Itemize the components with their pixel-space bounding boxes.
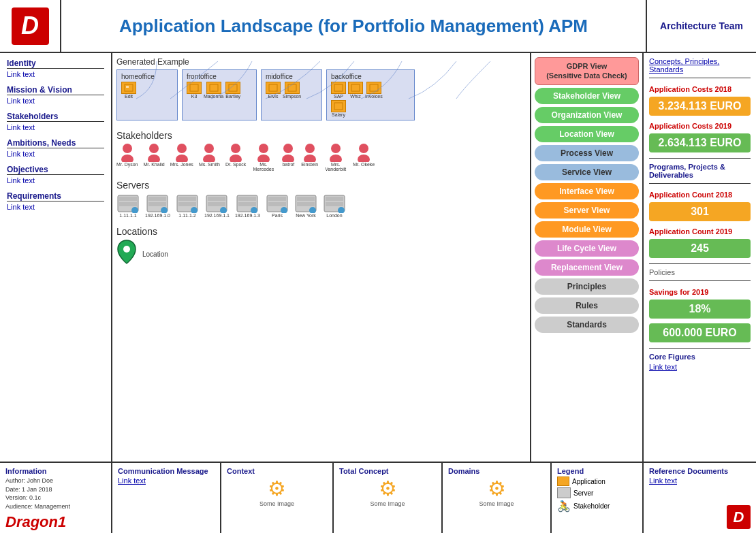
- app-count-2018: 301: [649, 202, 751, 221]
- footer-total-concept: Total Concept ⚙ Some Image: [334, 463, 443, 533]
- divider-1: [649, 78, 751, 78]
- legend-app-icon: [557, 477, 569, 486]
- zone-midoffice: midoffice Elvis Simpson: [261, 69, 322, 120]
- footer-legend: Legend Application Server 🚴 Stakeholder: [552, 463, 644, 533]
- svg-rect-61: [326, 202, 343, 206]
- divider-4: [649, 263, 751, 264]
- standards-button[interactable]: Standards: [535, 317, 639, 333]
- app-edit: Edit: [121, 82, 136, 99]
- svg-point-20: [230, 155, 242, 162]
- sidebar-identity: Identity Link text: [7, 59, 104, 78]
- legend-application: Application: [557, 477, 637, 486]
- svg-rect-60: [326, 197, 343, 201]
- page-title: Application Landscape (for Portfolio Man…: [119, 16, 588, 37]
- footer-reference: Reference Documents Link text D: [644, 463, 756, 533]
- zone-homeoffice: homeoffice Edit: [116, 69, 178, 120]
- left-sidebar: Identity Link text Mission & Vision Link…: [0, 53, 112, 462]
- savings-euro: 600.000 EURO: [649, 323, 751, 342]
- sidebar-stakeholders: Stakeholders Link text: [7, 112, 104, 131]
- footer: Information Author: John DoeDate: 1 Jan …: [0, 462, 756, 533]
- svg-rect-3: [210, 84, 218, 91]
- server-5: 192.169.1.3: [235, 193, 260, 218]
- rules-button[interactable]: Rules: [535, 297, 639, 314]
- svg-point-12: [121, 155, 133, 162]
- svg-point-21: [259, 144, 268, 153]
- svg-point-23: [283, 144, 293, 153]
- total-gear-icon: ⚙: [379, 477, 397, 500]
- svg-point-14: [148, 155, 160, 162]
- servers-section: Servers 1.11.1.1 192.169.1.0: [116, 177, 526, 218]
- footer-info: Information Author: John DoeDate: 1 Jan …: [0, 463, 112, 533]
- legend-stakeholder: 🚴 Stakeholder: [557, 500, 637, 513]
- svg-rect-8: [351, 84, 360, 91]
- replacement-view-button[interactable]: Replacement View: [535, 259, 639, 276]
- locations-section: Locations Location: [116, 223, 526, 268]
- svg-rect-57: [297, 202, 315, 206]
- person-khalid: Mr. Khalid: [144, 143, 165, 172]
- ref-link[interactable]: Link text: [649, 477, 751, 485]
- far-right-sidebar: Concepts, Principles, Standards Applicat…: [644, 53, 756, 462]
- person-batrof: batrof: [281, 143, 296, 172]
- svg-rect-41: [178, 202, 196, 206]
- biker-icon: 🚴: [557, 500, 571, 513]
- svg-point-11: [123, 144, 132, 153]
- svg-rect-32: [119, 197, 137, 201]
- person-vanderbilt: Mrs. Vanderbilt: [324, 143, 347, 172]
- zone-backoffice: backoffice SAP Whiz Invoices: [326, 69, 415, 120]
- savings-pct: 18%: [649, 300, 751, 319]
- legend-server: Server: [557, 487, 637, 498]
- svg-rect-9: [370, 84, 378, 91]
- location-view-button[interactable]: Location View: [535, 126, 639, 142]
- svg-rect-56: [297, 197, 315, 201]
- process-view-button[interactable]: Process View: [535, 145, 639, 161]
- center-diagram-area: Generated Example homeoffice Edit fronto…: [112, 53, 531, 462]
- legend-server-icon: [557, 487, 571, 498]
- sidebar-ambitions: Ambitions, Needs Link text: [7, 138, 104, 158]
- gdpr-view-button[interactable]: GDPR View(Sensitive Data Check): [535, 57, 639, 85]
- comm-link[interactable]: Link text: [118, 477, 215, 485]
- sidebar-requirements: Requirements Link text: [7, 191, 104, 211]
- stakeholder-view-button[interactable]: Stakeholder View: [535, 88, 639, 104]
- svg-rect-6: [288, 84, 296, 91]
- divider-6: [649, 348, 751, 349]
- divider-2: [649, 158, 751, 159]
- app-elvis: Elvis: [266, 82, 281, 99]
- header-title-area: Application Landscape (for Portfolio Man…: [61, 0, 647, 52]
- principles-button[interactable]: Principles: [535, 278, 639, 295]
- sidebar-objectives: Objectives Link text: [7, 165, 104, 184]
- person-okeke: Mr. Okeke: [353, 143, 375, 172]
- zone-frontoffice: frontoffice K3 Madonna Bartley: [182, 69, 257, 120]
- svg-rect-49: [238, 202, 256, 206]
- header-logo-area: D: [0, 0, 61, 52]
- svg-rect-4: [229, 84, 237, 91]
- server-4: 192.169.1.1: [204, 193, 230, 218]
- svg-rect-52: [268, 197, 286, 201]
- interface-view-button[interactable]: Interface View: [535, 183, 639, 199]
- svg-rect-10: [334, 103, 343, 110]
- svg-point-28: [330, 155, 342, 162]
- svg-point-27: [331, 144, 341, 153]
- svg-point-13: [149, 144, 159, 153]
- concepts-link[interactable]: Concepts, Principles, Standards: [649, 57, 751, 74]
- footer-context: Context ⚙ Some Image: [221, 463, 334, 533]
- svg-rect-33: [119, 202, 137, 206]
- sidebar-mission: Mission & Vision Link text: [7, 85, 104, 105]
- svg-rect-1: [126, 86, 129, 88]
- context-gear-icon: ⚙: [268, 477, 286, 500]
- svg-rect-40: [178, 197, 196, 201]
- svg-rect-37: [148, 202, 166, 206]
- person-smith: Ms. Smith: [199, 143, 220, 172]
- app-whiz: Whiz: [348, 82, 363, 99]
- svg-point-17: [204, 144, 214, 153]
- organization-view-button[interactable]: Organization View: [535, 107, 639, 123]
- servers-row: 1.11.1.1 192.169.1.0 1.11.1.2 192.169.1.…: [116, 193, 526, 218]
- server-view-button[interactable]: Server View: [535, 202, 639, 219]
- stakeholders-section: Stakeholders Mr. Dyson Mr. Khalid Mrs. J…: [116, 127, 526, 172]
- svg-point-18: [203, 155, 215, 162]
- service-view-button[interactable]: Service View: [535, 164, 639, 180]
- module-view-button[interactable]: Module View: [535, 221, 639, 238]
- header: D Application Landscape (for Portfolio M…: [0, 0, 756, 53]
- svg-point-24: [282, 155, 294, 162]
- lifecycle-view-button[interactable]: Life Cycle View: [535, 240, 639, 257]
- core-link[interactable]: Link text: [649, 363, 751, 371]
